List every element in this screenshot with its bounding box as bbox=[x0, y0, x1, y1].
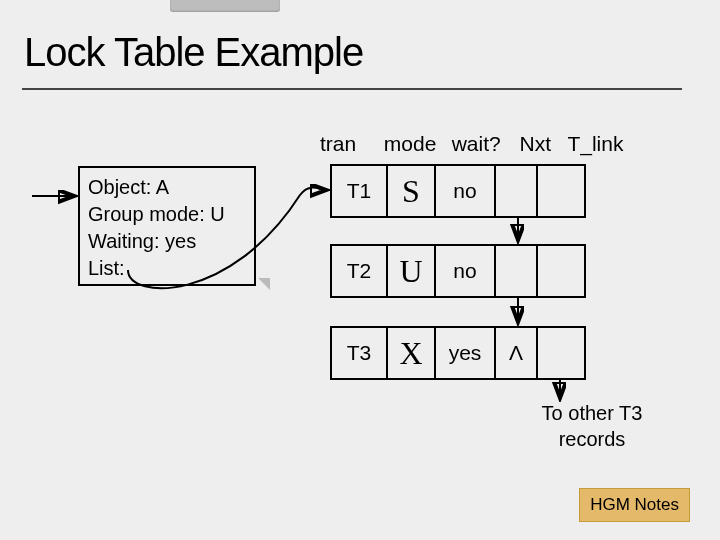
rec1-nxt bbox=[496, 166, 538, 216]
rec2-nxt bbox=[496, 246, 538, 296]
object-line-2: Group mode: U bbox=[88, 201, 246, 228]
rec2-tlink bbox=[538, 246, 584, 296]
rec3-wait: yes bbox=[436, 328, 496, 378]
rec2-wait: no bbox=[436, 246, 496, 296]
hdr-tlink: T_link bbox=[567, 132, 627, 156]
slide-title: Lock Table Example bbox=[24, 30, 363, 75]
lock-record-3: T3 X yes Λ bbox=[330, 326, 586, 380]
rec1-wait: no bbox=[436, 166, 496, 216]
object-header-box: Object: A Group mode: U Waiting: yes Lis… bbox=[78, 166, 256, 286]
hgm-badge: HGM Notes bbox=[579, 488, 690, 522]
rec3-mode: X bbox=[388, 328, 436, 378]
rec3-tlink bbox=[538, 328, 584, 378]
object-line-3: Waiting: yes bbox=[88, 228, 246, 255]
lock-record-1: T1 S no bbox=[330, 164, 586, 218]
rec2-tran: T2 bbox=[332, 246, 388, 296]
rec2-mode: U bbox=[388, 246, 436, 296]
rec1-tran: T1 bbox=[332, 166, 388, 216]
rec1-mode: S bbox=[388, 166, 436, 216]
object-line-4: List: bbox=[88, 255, 246, 282]
tlink-note: To other T3 records bbox=[502, 400, 682, 452]
rec1-tlink bbox=[538, 166, 584, 216]
record-headers: tran mode wait? Nxt T_link bbox=[320, 132, 627, 156]
object-line-1: Object: A bbox=[88, 174, 246, 201]
hdr-mode: mode bbox=[384, 132, 446, 156]
note-line-1: To other T3 bbox=[502, 400, 682, 426]
lock-record-2: T2 U no bbox=[330, 244, 586, 298]
title-underline bbox=[22, 88, 682, 90]
hdr-tran: tran bbox=[320, 132, 378, 156]
rec3-nxt: Λ bbox=[496, 328, 538, 378]
hdr-wait: wait? bbox=[452, 132, 514, 156]
rec3-tran: T3 bbox=[332, 328, 388, 378]
window-grip bbox=[170, 0, 280, 12]
dogear-icon bbox=[258, 278, 270, 290]
note-line-2: records bbox=[502, 426, 682, 452]
hdr-nxt: Nxt bbox=[520, 132, 562, 156]
